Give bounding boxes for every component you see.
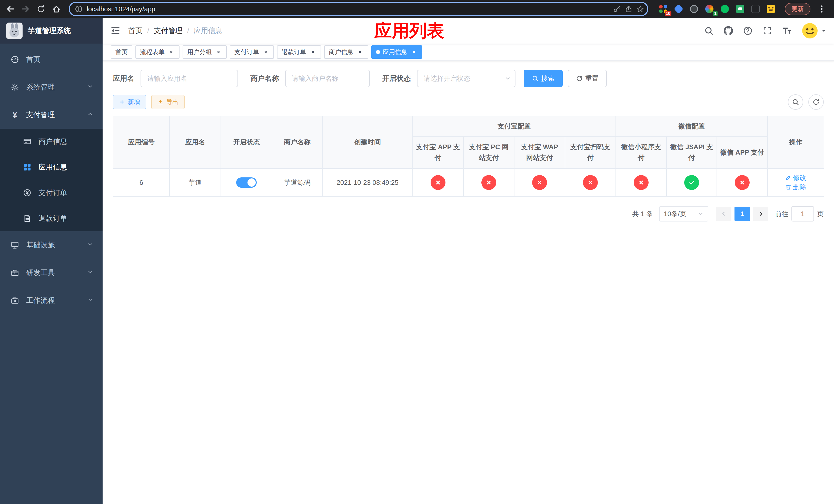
site-info-icon[interactable] [75,5,83,13]
refresh-table-button[interactable] [808,94,824,110]
tab-home[interactable]: 首页 [111,45,132,59]
sidebar-subitem-app-info[interactable]: 应用信息 [0,154,103,180]
next-page-button[interactable] [753,207,768,221]
workflow-icon [10,296,20,304]
extension-icon-dark-circle[interactable] [689,4,699,14]
tab-app-info[interactable]: 应用信息 [371,45,422,59]
tab-close-icon[interactable] [168,48,175,55]
goto-suffix: 页 [817,209,824,219]
sidebar-item-home[interactable]: 首页 [0,46,103,73]
tab-close-icon[interactable] [262,48,269,55]
browser-update-button[interactable]: 更新 [785,3,810,15]
password-key-icon[interactable] [613,5,621,13]
header-search-icon[interactable] [704,26,714,36]
extension-badge-green: 1 [713,11,718,16]
extension-icon-face[interactable] [766,4,775,14]
bookmark-star-icon[interactable] [637,5,644,13]
tab-close-icon[interactable] [356,48,364,55]
monitor-icon [10,241,20,249]
back-button[interactable] [3,2,18,16]
app-name-input[interactable] [140,70,238,87]
tab-process-form[interactable]: 流程表单 [135,45,179,59]
address-bar[interactable]: localhost:1024/pay/app [69,2,648,16]
sidebar: 芋道管理系统 首页系统管理¥支付管理商户信息应用信息支付订单退款订单基础设施研发… [0,18,103,504]
chevron-up-icon [87,111,93,119]
delete-link[interactable]: 删除 [785,183,806,191]
search-button[interactable]: 搜索 [524,70,563,87]
sidebar-item-workflow[interactable]: 工作流程 [0,287,103,314]
extension-icon-grid[interactable]: 10 [659,4,668,14]
reload-button[interactable] [34,2,48,16]
filter-form: 应用名 商户名称 开启状态 请选择开启状态 搜索 [113,70,824,87]
page-title-annotation: 应用列表 [374,19,444,43]
page-size-select[interactable]: 10条/页 [659,206,708,222]
forward-button[interactable] [19,2,33,16]
refresh-icon [812,98,820,106]
sidebar-item-infra[interactable]: 基础设施 [0,231,103,259]
col-header: 商户名称 [272,116,322,168]
cell-merchant-name: 芋道源码 [272,168,322,197]
tab-label: 流程表单 [140,48,164,56]
reset-button[interactable]: 重置 [568,70,607,87]
goto-page-input[interactable] [791,206,814,222]
sidebar-item-label: 首页 [26,54,41,64]
extension-icon-colorwheel[interactable]: 1 [705,4,714,14]
cell-config-wechat_mini [616,168,666,197]
extensions-area: 10 1 [659,4,775,14]
app-logo[interactable]: 芋道管理系统 [0,18,103,44]
status-toggle[interactable] [236,177,257,188]
user-avatar[interactable] [802,23,827,39]
tab-refund-order[interactable]: 退款订单 [277,45,321,59]
sidebar-item-dev-tools[interactable]: 研发工具 [0,259,103,287]
reload-icon [37,5,45,13]
docs-help-icon[interactable] [743,26,752,36]
sub-col-header: 微信小程序支付 [616,137,666,168]
tab-close-icon[interactable] [410,48,418,55]
sidebar-subitem-merchant-info[interactable]: 商户信息 [0,129,103,154]
order-icon [23,189,32,197]
sidebar-item-system[interactable]: 系统管理 [0,73,103,101]
prev-page-button[interactable] [716,207,731,221]
toggle-search-button[interactable] [788,94,803,110]
cell-config-alipay_wap [514,168,565,197]
sidebar-item-payment[interactable]: ¥支付管理 [0,101,103,129]
url-text[interactable]: localhost:1024/pay/app [87,5,613,13]
tab-label: 商户信息 [329,48,353,56]
tab-close-icon[interactable] [215,48,222,55]
chevron-down-icon [505,75,511,82]
extension-icon-blue[interactable] [674,4,683,14]
share-icon[interactable] [625,5,632,13]
tab-user-group[interactable]: 用户分组 [182,45,227,59]
cross-circle-icon [532,175,547,190]
sidebar-subitem-refund-order[interactable]: 退款订单 [0,206,103,231]
tab-merchant-info[interactable]: 商户信息 [324,45,368,59]
sidebar-subitem-pay-order[interactable]: 支付订单 [0,180,103,206]
extension-icon-green-square[interactable] [736,4,745,14]
tab-close-icon[interactable] [309,48,316,55]
merchant-name-input[interactable] [285,70,370,87]
tab-pay-order[interactable]: 支付订单 [230,45,274,59]
page-number-current[interactable]: 1 [734,207,750,221]
search-icon [532,75,539,82]
toolbox-icon [10,269,20,277]
caret-down-icon [821,28,827,34]
github-icon[interactable] [724,26,733,36]
breadcrumb-payment[interactable]: 支付管理 [154,26,182,36]
add-button[interactable]: 新增 [113,95,146,109]
cell-app-name: 芋道 [170,168,221,197]
cell-actions: 修改删除 [768,168,824,197]
fullscreen-icon[interactable] [763,26,772,36]
export-button[interactable]: 导出 [151,95,185,109]
cell-config-alipay_pc [463,168,514,197]
check-circle-icon [684,175,699,190]
status-select[interactable]: 请选择开启状态 [417,70,515,87]
edit-link[interactable]: 修改 [785,173,806,182]
sidebar-toggle[interactable] [103,18,128,44]
browser-menu-button[interactable] [814,2,829,16]
breadcrumb-home[interactable]: 首页 [128,26,142,36]
page-size-value: 10条/页 [664,209,686,219]
home-button[interactable] [49,2,64,16]
extension-icon-green-circle[interactable] [720,4,729,14]
font-size-icon[interactable] [782,26,791,36]
extension-icon-dark-square[interactable] [751,4,760,14]
